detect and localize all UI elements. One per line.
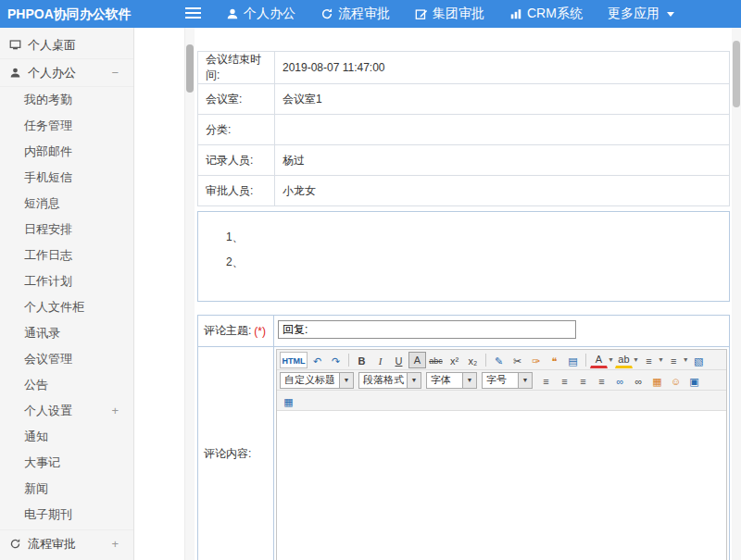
comment-content-row: 评论内容: HTML↶↷BIUAabcx²x₂✎✂✑❝▤A▼ab▼≡▼≡▼▧ 自…	[198, 347, 729, 560]
nav-label: 集团审批	[433, 6, 484, 22]
sidebar-item-personal-desktop[interactable]: 个人桌面	[0, 31, 133, 59]
font-border-icon[interactable]: A	[408, 352, 426, 368]
redo-icon[interactable]: ↷	[327, 352, 345, 368]
page-scrollbar[interactable]	[732, 28, 741, 560]
highlight-color-caret-icon[interactable]: ▼	[633, 356, 639, 363]
caret-down-icon[interactable]: ▼	[462, 373, 476, 388]
editor-content-area[interactable]	[277, 411, 726, 560]
editor-toolbar-row1: HTML↶↷BIUAabcx²x₂✎✂✑❝▤A▼ab▼≡▼≡▼▧	[277, 350, 726, 370]
custom-heading-dropdown[interactable]: 自定义标题▼	[280, 372, 354, 389]
italic-icon[interactable]: I	[371, 352, 389, 368]
sidebar-item-label: 手机短信	[24, 170, 72, 184]
sidebar-item-label: 个人文件柜	[24, 300, 84, 314]
menu-icon[interactable]	[185, 7, 201, 21]
comment-subject-field	[274, 316, 729, 346]
sidebar-item[interactable]: 电子期刊	[0, 502, 133, 528]
insert-image-icon[interactable]: ▦	[648, 372, 666, 389]
nav-workflow-approval[interactable]: 流程审批	[320, 6, 390, 22]
font-family-dropdown[interactable]: 字体▼	[426, 372, 477, 389]
underline-icon[interactable]: U	[390, 352, 408, 368]
paragraph-format-dropdown[interactable]: 段落格式▼	[358, 372, 421, 389]
nav-personal-office[interactable]: 个人办公	[226, 6, 295, 22]
sidebar-section-label: 流程审批	[28, 536, 76, 553]
save-icon[interactable]: ▣	[685, 372, 703, 389]
blockquote-icon[interactable]: ❝	[546, 352, 563, 368]
meeting-field-row: 记录人员:杨过	[198, 145, 730, 176]
comment-subject-input[interactable]	[278, 320, 576, 339]
superscript-icon[interactable]: x²	[446, 352, 463, 368]
sidebar-item-workflow-approval[interactable]: 流程审批 +	[0, 529, 133, 557]
content-scrollbar-thumb[interactable]	[186, 44, 194, 93]
note-line: 1、	[198, 225, 729, 250]
page-scrollbar-thumb[interactable]	[733, 41, 740, 107]
field-label: 审批人员:	[198, 176, 275, 206]
sidebar-item-label: 工作日志	[24, 248, 72, 262]
unlink-icon[interactable]: ∞	[630, 372, 647, 389]
align-center-icon[interactable]: ≡	[556, 372, 573, 389]
flow-icon	[320, 7, 333, 20]
comment-subject-label: 评论主题: (*)	[198, 316, 274, 346]
editor-toolbar-row3: ▦	[277, 391, 726, 411]
subscript-icon[interactable]: x₂	[464, 352, 482, 368]
insert-table-icon[interactable]: ▦	[280, 392, 297, 409]
unordered-list-icon[interactable]: ≡	[665, 352, 683, 368]
caret-down-icon[interactable]: ▼	[339, 373, 353, 388]
strikethrough-icon[interactable]: abc	[427, 352, 445, 368]
new-document-icon[interactable]: ▤	[564, 352, 582, 368]
flow-icon	[9, 538, 21, 550]
sidebar-item[interactable]: 公告	[0, 372, 133, 398]
html-source-icon[interactable]: HTML	[280, 352, 308, 368]
font-size-dropdown[interactable]: 字号▼	[482, 372, 533, 389]
caret-down-icon[interactable]: ▼	[407, 373, 421, 388]
font-color-caret-icon[interactable]: ▼	[608, 356, 614, 363]
sidebar-item[interactable]: 任务管理	[0, 113, 133, 139]
nav-more-apps[interactable]: 更多应用	[608, 6, 674, 22]
collapse-icon[interactable]: −	[111, 59, 119, 86]
sidebar-item[interactable]: 大事记	[0, 450, 133, 476]
align-left-icon[interactable]: ≡	[537, 372, 555, 389]
meeting-detail-table: 会议结束时间:2019-08-07 11:47:00会议室:会议室1分类:记录人…	[197, 51, 730, 206]
person-icon	[9, 67, 21, 79]
link-icon[interactable]: ∞	[611, 372, 629, 389]
format-painter-icon[interactable]: ✑	[527, 352, 545, 368]
rich-text-editor: HTML↶↷BIUAabcx²x₂✎✂✑❝▤A▼ab▼≡▼≡▼▧ 自定义标题▼段…	[276, 349, 727, 560]
caret-down-icon[interactable]: ▼	[518, 373, 532, 388]
sidebar-item[interactable]: 工作日志	[0, 243, 133, 268]
expand-icon[interactable]: +	[111, 530, 119, 557]
nav-crm-system[interactable]: CRM系统	[509, 6, 583, 22]
sidebar-item[interactable]: 通讯录	[0, 320, 133, 346]
align-justify-icon[interactable]: ≡	[593, 372, 610, 389]
unordered-list-caret-icon[interactable]: ▼	[683, 356, 689, 363]
sidebar-item-label: 内部邮件	[24, 144, 72, 158]
eraser-icon[interactable]: ✂	[509, 352, 526, 368]
undo-icon[interactable]: ↶	[308, 352, 326, 368]
comment-content-label: 评论内容:	[198, 347, 274, 560]
sidebar-item[interactable]: 个人设置+	[0, 398, 133, 424]
font-color-icon[interactable]: A	[590, 352, 608, 368]
sidebar-item[interactable]: 通知	[0, 424, 133, 450]
sidebar-item[interactable]: 日程安排	[0, 217, 133, 243]
emoticon-icon[interactable]: ☺	[667, 372, 684, 389]
ordered-list-icon[interactable]: ≡	[640, 352, 658, 368]
expand-icon[interactable]: +	[111, 398, 119, 424]
app-title: PHPOA协同办公软件	[7, 0, 132, 28]
sidebar-item[interactable]: 内部邮件	[0, 139, 133, 165]
sidebar-item[interactable]: 个人文件柜	[0, 294, 133, 320]
bold-icon[interactable]: B	[353, 352, 370, 368]
align-right-icon[interactable]: ≡	[574, 372, 592, 389]
format-brush-icon[interactable]: ✎	[490, 352, 508, 368]
sidebar-item[interactable]: 会议管理	[0, 346, 133, 372]
highlight-color-icon[interactable]: ab	[615, 352, 633, 368]
sidebar-item[interactable]: 短消息	[0, 191, 133, 217]
sidebar-item[interactable]: 工作计划	[0, 268, 133, 294]
paste-icon[interactable]: ▧	[690, 352, 708, 368]
comment-form: 评论主题: (*) 评论内容: HTML↶↷BIUAabcx²x₂✎✂✑❝▤A▼…	[197, 315, 730, 560]
sidebar-item[interactable]: 我的考勤	[0, 87, 133, 113]
ordered-list-caret-icon[interactable]: ▼	[658, 356, 664, 363]
sidebar-item-label: 短消息	[24, 196, 60, 210]
nav-group-approval[interactable]: 集团审批	[415, 6, 484, 22]
sidebar-item-personal-office[interactable]: 个人办公 −	[0, 59, 133, 87]
sidebar-item[interactable]: 新闻	[0, 476, 133, 502]
sidebar: 个人桌面 个人办公 − 我的考勤任务管理内部邮件手机短信短消息日程安排工作日志工…	[0, 28, 134, 560]
sidebar-item[interactable]: 手机短信	[0, 165, 133, 191]
